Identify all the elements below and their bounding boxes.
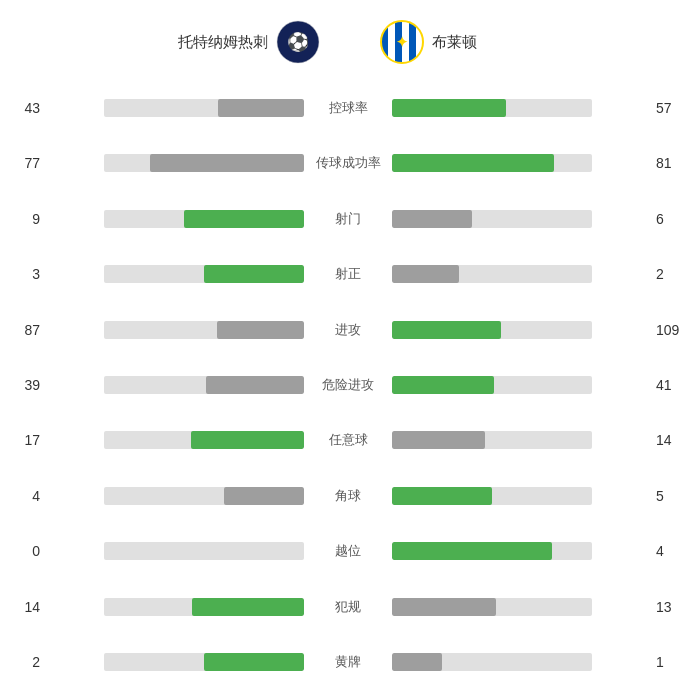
- stat-row: 0 越位 4: [8, 530, 692, 572]
- right-bar-bg-4: [392, 321, 592, 339]
- right-bar-container-2: [388, 210, 656, 228]
- left-value-5: 39: [8, 377, 40, 393]
- right-bar-bg-2: [392, 210, 592, 228]
- left-value-4: 87: [8, 322, 40, 338]
- right-bar-fill-9: [392, 598, 496, 616]
- right-bar-bg-7: [392, 487, 592, 505]
- right-bar-bg-3: [392, 265, 592, 283]
- team-left: 托特纳姆热刺 ⚽: [20, 20, 320, 64]
- stat-row: 77 传球成功率 81: [8, 142, 692, 184]
- stat-label-10: 黄牌: [308, 653, 388, 671]
- right-bar-container-6: [388, 431, 656, 449]
- right-value-1: 81: [656, 155, 692, 171]
- left-bar-fill-7: [224, 487, 304, 505]
- svg-text:⚽: ⚽: [287, 31, 310, 53]
- left-bar-fill-1: [150, 154, 304, 172]
- stat-row: 4 角球 5: [8, 475, 692, 517]
- right-value-0: 57: [656, 100, 692, 116]
- right-bar-bg-5: [392, 376, 592, 394]
- left-value-8: 0: [8, 543, 40, 559]
- stat-label-2: 射门: [308, 210, 388, 228]
- left-bar-container-7: [40, 487, 308, 505]
- left-bar-bg-0: [104, 99, 304, 117]
- left-bar-fill-10: [204, 653, 304, 671]
- right-value-7: 5: [656, 488, 692, 504]
- left-bar-bg-5: [104, 376, 304, 394]
- stat-label-8: 越位: [308, 542, 388, 560]
- stat-label-1: 传球成功率: [308, 154, 388, 172]
- right-value-2: 6: [656, 211, 692, 227]
- right-value-6: 14: [656, 432, 692, 448]
- right-bar-fill-10: [392, 653, 442, 671]
- left-bar-container-9: [40, 598, 308, 616]
- right-bar-container-10: [388, 653, 656, 671]
- left-bar-fill-0: [218, 99, 304, 117]
- main-container: 托特纳姆热刺 ⚽: [0, 0, 700, 700]
- stat-label-0: 控球率: [308, 99, 388, 117]
- left-bar-bg-8: [104, 542, 304, 560]
- right-bar-container-9: [388, 598, 656, 616]
- left-value-7: 4: [8, 488, 40, 504]
- right-bar-fill-0: [392, 99, 506, 117]
- right-value-8: 4: [656, 543, 692, 559]
- stat-row: 17 任意球 14: [8, 419, 692, 461]
- left-bar-bg-4: [104, 321, 304, 339]
- left-value-1: 77: [8, 155, 40, 171]
- left-bar-bg-10: [104, 653, 304, 671]
- right-value-9: 13: [656, 599, 692, 615]
- stat-label-4: 进攻: [308, 321, 388, 339]
- right-bar-container-5: [388, 376, 656, 394]
- left-value-0: 43: [8, 100, 40, 116]
- left-bar-bg-2: [104, 210, 304, 228]
- right-bar-fill-3: [392, 265, 459, 283]
- left-bar-container-6: [40, 431, 308, 449]
- stat-row: 3 射正 2: [8, 253, 692, 295]
- right-bar-fill-6: [392, 431, 485, 449]
- right-value-10: 1: [656, 654, 692, 670]
- right-bar-bg-1: [392, 154, 592, 172]
- left-bar-fill-9: [192, 598, 304, 616]
- left-bar-container-3: [40, 265, 308, 283]
- stat-row: 43 控球率 57: [8, 87, 692, 129]
- left-bar-bg-6: [104, 431, 304, 449]
- right-bar-container-3: [388, 265, 656, 283]
- right-bar-container-8: [388, 542, 656, 560]
- stats-area: 43 控球率 57 77 传球成功率: [0, 80, 700, 690]
- left-bar-bg-9: [104, 598, 304, 616]
- right-bar-container-7: [388, 487, 656, 505]
- stat-label-9: 犯规: [308, 598, 388, 616]
- left-value-10: 2: [8, 654, 40, 670]
- left-bar-fill-4: [217, 321, 304, 339]
- left-bar-bg-7: [104, 487, 304, 505]
- team-right-name: 布莱顿: [432, 33, 477, 52]
- right-value-5: 41: [656, 377, 692, 393]
- left-bar-container-5: [40, 376, 308, 394]
- right-bar-fill-8: [392, 542, 552, 560]
- brighton-logo: ✦: [380, 20, 424, 64]
- left-bar-fill-5: [206, 376, 304, 394]
- right-bar-fill-2: [392, 210, 472, 228]
- right-bar-fill-1: [392, 154, 554, 172]
- left-bar-fill-3: [204, 265, 304, 283]
- left-bar-container-8: [40, 542, 308, 560]
- right-bar-bg-0: [392, 99, 592, 117]
- right-bar-container-4: [388, 321, 656, 339]
- team-right: ✦ 布莱顿: [380, 20, 680, 64]
- right-bar-bg-6: [392, 431, 592, 449]
- right-value-3: 2: [656, 266, 692, 282]
- left-bar-fill-2: [184, 210, 304, 228]
- left-bar-container-2: [40, 210, 308, 228]
- right-bar-fill-4: [392, 321, 501, 339]
- stat-row: 9 射门 6: [8, 198, 692, 240]
- stat-label-6: 任意球: [308, 431, 388, 449]
- left-bar-fill-6: [191, 431, 304, 449]
- stat-row: 2 黄牌 1: [8, 641, 692, 683]
- right-bar-bg-10: [392, 653, 592, 671]
- left-bar-bg-3: [104, 265, 304, 283]
- left-bar-container-4: [40, 321, 308, 339]
- left-bar-container-0: [40, 99, 308, 117]
- left-value-3: 3: [8, 266, 40, 282]
- right-bar-container-0: [388, 99, 656, 117]
- svg-text:✦: ✦: [396, 34, 408, 50]
- left-bar-container-1: [40, 154, 308, 172]
